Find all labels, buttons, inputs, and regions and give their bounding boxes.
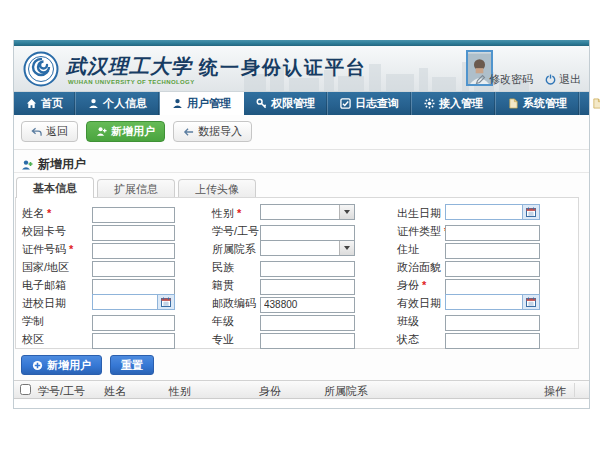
postal-code-input[interactable] (260, 297, 355, 313)
gender-select[interactable] (260, 204, 355, 220)
id-number-input[interactable] (92, 243, 175, 259)
political-status-input[interactable] (445, 261, 540, 277)
nav-item-permissions[interactable]: 权限管理 (244, 92, 328, 115)
field-label-postal-code: 邮政编码 (212, 296, 256, 311)
calendar-icon[interactable] (522, 295, 539, 309)
form-row: 校园卡号 学号/工号* 证件类型* (16, 222, 578, 238)
ethnicity-input[interactable] (260, 261, 355, 277)
campus-input[interactable] (92, 333, 175, 349)
nav-item-subscriptions[interactable]: 订阅管理 (580, 92, 600, 115)
change-password-link[interactable]: 修改密码 (475, 72, 533, 87)
field-label-gender: 性别* (212, 206, 241, 221)
nav-label: 日志查询 (355, 96, 399, 111)
tab-label: 上传头像 (195, 182, 239, 197)
data-import-button[interactable]: 数据导入 (173, 121, 252, 142)
student-id-input[interactable] (260, 225, 355, 241)
address-input[interactable] (445, 243, 540, 259)
toolbar: 返回 新增用户 数据导入 (21, 121, 252, 142)
nav-label: 系统管理 (523, 96, 567, 111)
reset-button[interactable]: 重置 (110, 355, 154, 375)
field-label-address: 住址 (397, 242, 419, 257)
university-logo (23, 51, 59, 87)
tab-strip: 基本信息 扩展信息 上传头像 (16, 177, 259, 198)
field-label-country: 国家/地区 (22, 260, 69, 275)
field-label-student-id: 学号/工号* (212, 224, 266, 239)
nav-item-user-management[interactable]: 用户管理 (160, 92, 244, 115)
nav-label: 首页 (41, 96, 63, 111)
field-label-native-place: 籍贯 (212, 278, 234, 293)
main-nav: 首页 个人信息 用户管理 权限管理 日志查询 接入管理 (14, 92, 589, 115)
nav-item-access[interactable]: 接入管理 (412, 92, 496, 115)
data-import-label: 数据导入 (198, 124, 242, 139)
key-icon (256, 98, 267, 109)
birthdate-input[interactable] (445, 204, 540, 220)
grade-input[interactable] (260, 315, 355, 331)
calendar-icon[interactable] (157, 295, 174, 309)
column-separator (574, 383, 575, 397)
id-type-input[interactable] (445, 225, 540, 241)
native-place-input[interactable] (260, 279, 355, 295)
nav-item-system[interactable]: 系统管理 (496, 92, 580, 115)
tab-extended-info[interactable]: 扩展信息 (97, 179, 175, 198)
field-label-grade: 年级 (212, 314, 234, 329)
form-row: 证件号码* 所属院系 住址 (16, 240, 578, 256)
dropdown-arrow-icon[interactable] (339, 205, 354, 219)
field-label-id-number: 证件号码* (22, 242, 73, 257)
logout-link[interactable]: 退出 (545, 72, 581, 87)
tab-label: 扩展信息 (114, 182, 158, 197)
nav-item-logs[interactable]: 日志查询 (328, 92, 412, 115)
valid-date-input[interactable] (445, 294, 540, 310)
user-add-icon (96, 126, 107, 137)
field-label-campus-card: 校园卡号 (22, 224, 66, 239)
enrollment-date-input[interactable] (92, 294, 175, 310)
field-label-class: 班级 (397, 314, 419, 329)
field-label-name: 姓名* (22, 206, 51, 221)
schooling-length-input[interactable] (92, 315, 175, 331)
back-button[interactable]: 返回 (21, 121, 78, 142)
col-department: 所属院系 (324, 384, 368, 399)
back-arrow-icon (31, 127, 42, 137)
class-input[interactable] (445, 315, 540, 331)
col-gender: 性别 (169, 384, 191, 399)
results-table-header: 学号/工号 姓名 性别 身份 所属院系 操作 (14, 380, 589, 399)
field-label-major: 专业 (212, 332, 234, 347)
import-arrow-icon (183, 127, 194, 137)
dropdown-arrow-icon[interactable] (339, 241, 354, 255)
pencil-icon (475, 74, 486, 85)
home-icon (26, 98, 37, 109)
name-input[interactable] (92, 207, 175, 223)
status-input[interactable] (445, 333, 540, 349)
tab-upload-avatar[interactable]: 上传头像 (178, 179, 256, 198)
department-select[interactable] (260, 240, 355, 256)
form-row: 校区 专业 状态 (16, 330, 578, 346)
campus-card-input[interactable] (92, 225, 175, 241)
person-icon (88, 98, 99, 109)
tab-basic-info[interactable]: 基本信息 (16, 177, 94, 198)
tab-label: 基本信息 (33, 181, 77, 196)
nav-item-home[interactable]: 首页 (14, 92, 76, 115)
field-label-id-type: 证件类型* (397, 224, 448, 239)
col-identity: 身份 (259, 384, 281, 399)
document-icon (592, 98, 600, 109)
calendar-icon[interactable] (522, 205, 539, 219)
form-actions: 新增用户 重置 (21, 355, 154, 375)
country-input[interactable] (92, 261, 175, 277)
col-student-id: 学号/工号 (38, 384, 85, 399)
submit-label: 新增用户 (47, 358, 91, 373)
add-user-toolbar-button[interactable]: 新增用户 (86, 121, 165, 142)
nav-item-profile[interactable]: 个人信息 (76, 92, 160, 115)
app-header: 武汉理工大学 WUHAN UNIVERSITY OF TECHNOLOGY 统一… (14, 46, 589, 92)
new-user-icon (21, 159, 33, 171)
email-input[interactable] (92, 279, 175, 295)
gear-icon (424, 98, 435, 109)
results-table-body-empty (14, 400, 589, 408)
submit-add-user-button[interactable]: 新增用户 (21, 355, 102, 375)
identity-input[interactable] (445, 279, 540, 295)
select-all-checkbox[interactable] (20, 384, 31, 395)
form-row: 学制 年级 班级 (16, 312, 578, 328)
change-password-label: 修改密码 (489, 72, 533, 87)
major-input[interactable] (260, 333, 355, 349)
field-label-identity: 身份* (397, 278, 426, 293)
field-label-ethnicity: 民族 (212, 260, 234, 275)
form-row: 姓名* 性别* 出生日期 (16, 204, 578, 220)
